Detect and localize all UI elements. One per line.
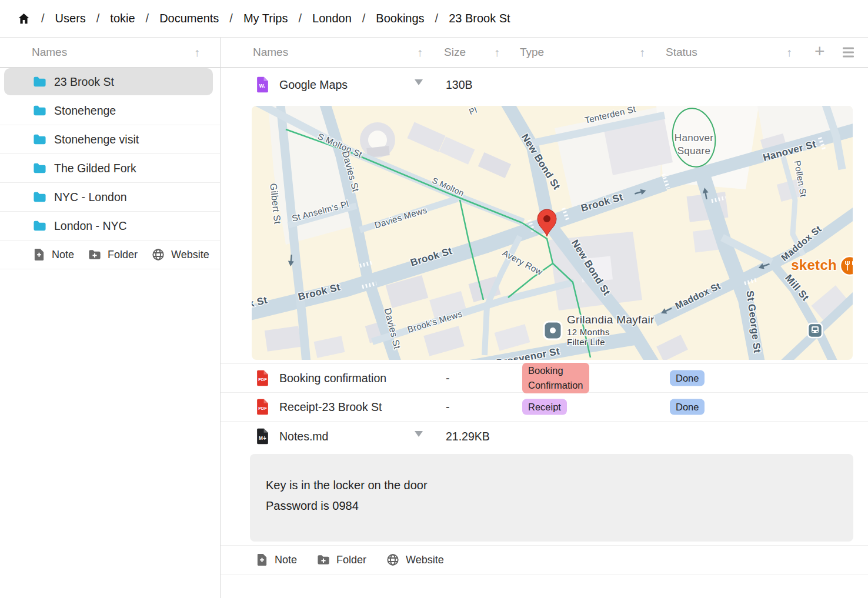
breadcrumb: / Users / tokie / Documents / My Trips /… [0,0,868,38]
table-row-google-maps[interactable]: w. Google Maps 130B [221,68,868,102]
sidebar-item-label: London - NYC [54,219,127,233]
bus-stop-icon [808,323,822,338]
breadcrumb-separator: / [362,12,366,25]
breadcrumb-item[interactable]: Documents [159,12,219,25]
add-website-label: Website [171,249,209,261]
caret-down-icon[interactable] [415,431,423,437]
file-name[interactable]: Receipt-23 Brook St [279,400,382,414]
svg-text:Square: Square [677,145,711,156]
file-size: 21.29KB [446,430,490,443]
arrow-up-icon[interactable]: ↑ [639,46,645,59]
note-line: Key is in the locker on the door [266,475,853,496]
sidebar-item-the-gilded-fork[interactable]: The Gilded Fork [0,154,220,183]
add-website-label: Website [406,554,444,566]
breadcrumb-item[interactable]: My Trips [243,12,288,25]
sidebar-item-label: Stonehenge [54,104,116,118]
breadcrumb-separator: / [229,12,233,25]
file-name[interactable]: Booking confirmation [279,372,386,385]
home-icon[interactable] [17,12,31,25]
sidebar-item-stonehenge[interactable]: Stonehenge [0,96,220,125]
table-row-booking-confirmation[interactable]: PDF Booking confirmation - Booking Confi… [221,364,868,393]
file-size: - [446,372,450,385]
svg-text:sketch: sketch [791,257,837,273]
web-file-icon: w. [256,77,269,93]
file-table: Names ↑ Size ↑ Type ↑ Status ↑ + w. Goog… [221,38,868,598]
sidebar-header: Names ↑ [0,38,220,68]
arrow-up-icon[interactable]: ↑ [786,46,792,59]
folder-icon [33,105,46,116]
arrow-up-icon[interactable]: ↑ [417,46,423,59]
breadcrumb-item[interactable]: Bookings [376,12,424,25]
table-actions: Note Folder Website [221,546,868,574]
globe-icon [152,248,165,261]
note-plus-icon [33,248,45,261]
breadcrumb-item[interactable]: London [312,12,352,25]
add-folder-button[interactable]: Folder [88,249,138,261]
map-preview[interactable]: S Molton StS MoltonPlTenterden StGilbert… [252,106,853,360]
column-names[interactable]: Names [253,46,288,59]
map-preview-block: S Molton StS MoltonPlTenterden StGilbert… [221,106,868,364]
svg-text:Hanover: Hanover [675,132,713,143]
sidebar-item-label: Stonehenge visit [54,133,139,146]
note-plus-icon [256,553,268,566]
folder-plus-icon [317,554,330,566]
svg-text:12 Months: 12 Months [567,327,610,337]
hamburger-icon[interactable] [843,48,854,58]
sidebar-item-23-brook-st[interactable]: 23 Brook St [0,68,220,96]
note-content[interactable]: Key is in the locker on the door Passwor… [250,454,853,542]
plus-icon[interactable]: + [814,41,825,61]
svg-text:Grilandia Mayfair: Grilandia Mayfair [567,313,655,326]
svg-text:w.: w. [259,82,266,89]
arrow-up-icon[interactable]: ↑ [194,46,200,59]
caret-down-icon[interactable] [415,79,423,85]
add-folder-label: Folder [108,249,138,261]
breadcrumb-separator: / [298,12,302,25]
arrow-up-icon[interactable]: ↑ [494,46,500,59]
sidebar-item-london-nyc[interactable]: London - NYC [0,212,220,240]
folder-icon [33,191,46,203]
app-window: / Users / tokie / Documents / My Trips /… [0,0,868,598]
table-row-receipt[interactable]: PDF Receipt-23 Brook St - Receipt Done [221,393,868,422]
folder-icon [33,133,46,145]
sidebar-item-label: 23 Brook St [54,75,114,89]
breadcrumb-item-current[interactable]: 23 Brook St [449,12,510,25]
note-line: Password is 0984 [266,496,853,516]
poi-square-icon [544,322,562,339]
breadcrumb-separator: / [146,12,149,25]
sidebar-item-stonehenge-visit[interactable]: Stonehenge visit [0,125,220,154]
column-type[interactable]: Type [520,46,544,59]
sidebar-item-nyc-london[interactable]: NYC - London [0,183,220,212]
sidebar-item-label: The Gilded Fork [54,162,136,175]
column-size[interactable]: Size [444,46,466,59]
svg-text:Filter Life: Filter Life [567,337,605,347]
breadcrumb-separator: / [96,12,100,25]
file-size: 130B [446,78,473,92]
add-website-button[interactable]: Website [152,248,209,261]
table-header: Names ↑ Size ↑ Type ↑ Status ↑ + [221,38,868,68]
add-note-label: Note [52,249,74,261]
breadcrumb-item[interactable]: Users [55,12,86,25]
breadcrumb-separator: / [435,12,439,25]
folder-icon [33,220,46,232]
folder-icon [33,76,46,88]
breadcrumb-item[interactable]: tokie [110,12,135,25]
sidebar-item-label: NYC - London [54,191,127,204]
add-folder-button[interactable]: Folder [317,554,366,566]
breadcrumb-separator: / [41,12,45,25]
add-note-label: Note [275,554,297,566]
markdown-file-icon: M [256,429,269,445]
sidebar-header-label: Names [32,46,67,59]
file-size: - [446,400,450,414]
file-name[interactable]: Google Maps [279,78,348,92]
pdf-file-icon: PDF [256,370,269,386]
restaurant-icon [840,256,853,275]
sidebar-folder-list: 23 Brook St Stonehenge Stonehenge visit [0,68,220,240]
add-note-button[interactable]: Note [256,553,297,566]
table-row-notes-md[interactable]: M Notes.md 21.29KB [221,422,868,451]
add-note-button[interactable]: Note [33,248,74,261]
add-folder-label: Folder [336,554,366,566]
column-status[interactable]: Status [666,46,697,59]
add-website-button[interactable]: Website [386,553,444,566]
file-name[interactable]: Notes.md [279,430,328,443]
pdf-file-icon: PDF [256,399,269,415]
